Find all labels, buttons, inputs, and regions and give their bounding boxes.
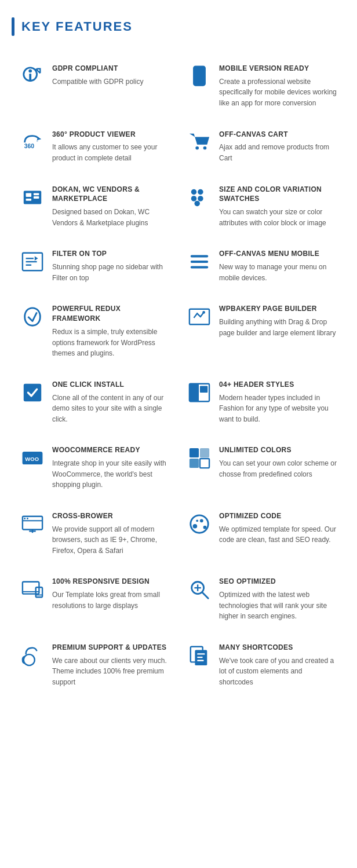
svg-rect-28 [191,255,208,258]
feature-text-swatches: SIZE AND COLOR VARIATION SWATCHES You ca… [219,185,337,229]
svg-point-22 [194,200,200,206]
feature-title-support: PREMIUM SUPPORT & UPDATES [52,643,170,653]
feature-text-optimized: OPTIMIZED CODE We optimized template for… [219,511,337,545]
svg-text:360: 360 [24,142,35,149]
feature-title-redux: POWERFUL REDUX FRAMEWORK [52,304,170,324]
feature-item-shortcodes: MANY SHORTCODES We've took care of you a… [178,632,345,698]
feature-title-woocommerce: WOOCOMMERCE READY [52,445,170,455]
svg-rect-31 [190,309,209,325]
feature-text-redux: POWERFUL REDUX FRAMEWORK Redux is a simp… [52,304,170,358]
feature-item-optimized: OPTIMIZED CODE We optimized template for… [178,501,345,567]
offcanvas-menu-icon [187,249,212,274]
svg-rect-39 [190,448,199,457]
oneclick-icon [20,380,45,405]
feature-desc-offcanvas-menu: New way to manage your menu on mobile de… [219,262,337,283]
svg-line-59 [202,592,208,598]
feature-text-dokan: DOKAN, WC VENDORS & MARKETPLACE Designed… [52,185,170,229]
wpbakery-icon [187,304,212,329]
svg-rect-41 [190,459,199,468]
svg-rect-2 [29,74,31,81]
mobile-icon [187,64,212,89]
svg-rect-17 [26,198,32,200]
feature-text-gdpr: GDPR COMPLIANT Compatible with GDPR poli… [52,64,143,87]
feature-title-filter: FILTER ON TOP [52,249,170,259]
seo-icon [187,577,212,602]
feature-text-shortcodes: MANY SHORTCODES We've took care of you a… [219,643,337,688]
svg-point-62 [24,654,35,665]
feature-title-optimized: OPTIMIZED CODE [219,511,337,521]
svg-text:WOO: WOO [25,456,39,462]
feature-title-swatches: SIZE AND COLOR VARIATION SWATCHES [219,185,337,204]
feature-title-seo: SEO OPTIMIZED [219,577,337,587]
feature-item-gdpr: GDPR COMPLIANT Compatible with GDPR poli… [12,53,178,119]
responsive-icon [20,577,45,602]
feature-item-wpbakery: WPBAKERY PAGE BUILDER Building anything … [178,294,345,369]
feature-desc-oneclick: Clone all of the content in any of our d… [52,393,170,425]
feature-text-support: PREMIUM SUPPORT & UPDATES We care about … [52,643,170,688]
filter-icon [20,249,45,274]
page: KEY FEATURES GDPR COMPLIANT Compatible w… [0,0,357,716]
svg-point-52 [203,526,207,529]
header-icon [187,380,212,405]
feature-title-mobile: MOBILE VERSION READY [219,64,337,74]
feature-text-woocommerce: WOOCOMMERCE READY Integrate shop in your… [52,445,170,490]
feature-desc-filter: Stunning shop page no sidebar with Filte… [52,262,170,283]
feature-item-support: PREMIUM SUPPORT & UPDATES We care about … [12,632,178,698]
feature-title-oneclick: ONE CLICK INSTALL [52,380,170,390]
svg-point-32 [202,311,205,314]
gdpr-icon [20,64,45,89]
woocommerce-icon: WOO [20,445,45,471]
feature-title-colors: UNLIMITED COLORS [219,445,337,455]
feature-text-responsive: 100% RESPONSIVE DESIGN Our Template loks… [52,577,170,611]
feature-title-dokan: DOKAN, WC VENDORS & MARKETPLACE [52,185,170,204]
svg-rect-15 [34,193,39,195]
feature-text-colors: UNLIMITED COLORS You can set your own co… [219,445,337,479]
redux-icon [20,304,45,329]
feature-item-oneclick: ONE CLICK INSTALL Clone all of the conte… [12,369,178,435]
feature-desc-swatches: You can swatch your size or color attrib… [219,207,337,228]
feature-text-mobile: MOBILE VERSION READY Create a profession… [219,64,337,109]
svg-point-5 [198,82,201,84]
svg-rect-65 [197,653,205,654]
feature-title-offcanvas-cart: OFF-CANVAS CART [219,130,337,140]
feature-item-swatches: SIZE AND COLOR VARIATION SWATCHES You ca… [178,174,345,239]
svg-point-49 [191,515,208,533]
feature-item-crossbrowser: CROSS-BROWER We provide support all of m… [12,501,178,567]
svg-point-12 [203,146,207,149]
feature-desc-colors: You can set your own color scheme or cho… [219,458,337,479]
feature-title-shortcodes: MANY SHORTCODES [219,643,337,653]
svg-point-46 [27,518,28,519]
svg-point-11 [195,146,199,149]
svg-point-20 [191,196,197,202]
feature-text-wpbakery: WPBAKERY PAGE BUILDER Building anything … [219,304,337,338]
feature-text-crossbrowser: CROSS-BROWER We provide support all of m… [52,511,170,556]
features-grid: GDPR COMPLIANT Compatible with GDPR poli… [12,53,345,698]
crossbrowser-icon [20,511,45,537]
svg-point-50 [193,524,198,529]
svg-point-18 [191,189,197,195]
svg-rect-14 [26,193,32,197]
feature-title-360: 360° PRODUCT VIEWER [52,130,170,140]
svg-rect-6 [196,69,202,70]
svg-point-45 [24,518,26,519]
svg-rect-35 [190,384,199,401]
360-icon: 360° [20,130,45,155]
feature-text-oneclick: ONE CLICK INSTALL Clone all of the conte… [52,380,170,425]
feature-text-header: 04+ HEADER STYLES Modern header types in… [219,380,337,425]
feature-text-360: 360° PRODUCT VIEWER It allows any custom… [52,130,170,164]
feature-item-dokan: DOKAN, WC VENDORS & MARKETPLACE Designed… [12,174,178,239]
feature-item-mobile: MOBILE VERSION READY Create a profession… [178,53,345,119]
svg-rect-33 [24,384,41,401]
feature-desc-woocommerce: Integrate shop in your site easily with … [52,458,170,490]
feature-text-offcanvas-cart: OFF-CANVAS CART Ajax add and remove prod… [219,130,337,164]
feature-desc-offcanvas-cart: Ajax add and remove products from Cart [219,142,337,163]
svg-point-21 [198,196,203,202]
feature-desc-gdpr: Compatible with GDPR policy [52,76,143,87]
svg-point-53 [196,519,198,522]
optimized-icon [187,511,212,537]
feature-desc-support: We care about our clients very much. The… [52,655,170,688]
shortcodes-icon [187,643,212,668]
feature-title-header: 04+ HEADER STYLES [219,380,337,390]
svg-marker-10 [190,133,209,144]
feature-text-seo: SEO OPTIMIZED Optimized with the latest … [219,577,337,622]
